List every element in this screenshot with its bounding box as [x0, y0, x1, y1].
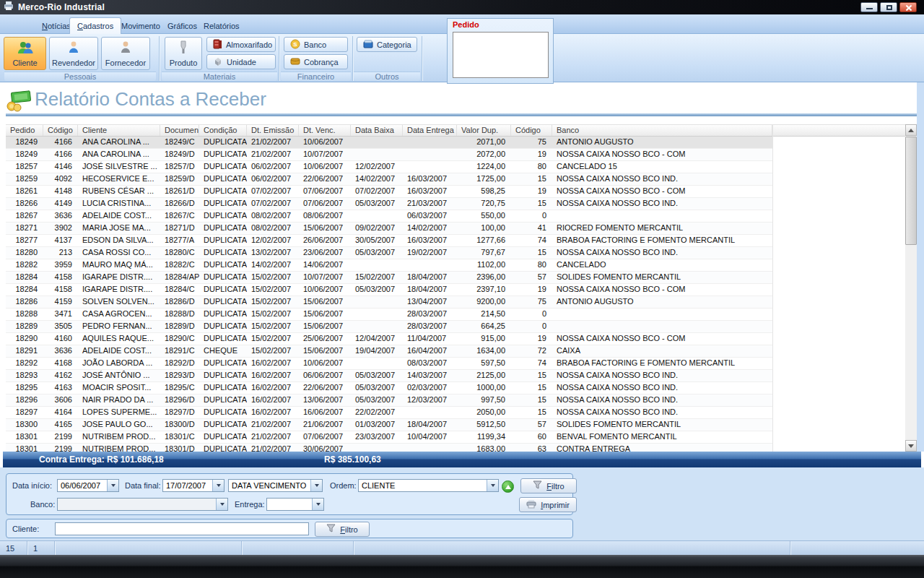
fornecedor-button[interactable]: Fornecedor — [101, 37, 150, 70]
column-header[interactable]: Código — [43, 125, 78, 136]
categoria-button[interactable]: Categoria — [357, 37, 417, 52]
cliente-filtro-button[interactable]: Filtro — [315, 522, 370, 537]
chevron-down-icon[interactable] — [212, 480, 224, 491]
table-cell: 05/03/2007 — [351, 247, 403, 259]
minimize-button[interactable] — [860, 2, 878, 12]
column-header[interactable]: Dt. Venc. — [299, 125, 351, 136]
chevron-down-icon[interactable] — [312, 499, 323, 510]
table-cell: DUPLICATA — [199, 247, 247, 259]
column-header[interactable]: Dt. Emissão — [247, 125, 299, 136]
table-row[interactable]: 182864159SOLVEN SOLVEN...18286/DDUPLICAT… — [6, 296, 772, 309]
table-cell: 18282 — [6, 259, 43, 271]
table-row[interactable]: 18280213CASA ROSSI CO...18280/CDUPLICATA… — [6, 247, 772, 259]
column-header[interactable]: Valor Dup. — [457, 125, 511, 136]
data-final-combo[interactable]: 17/07/2007 — [162, 479, 225, 492]
table-cell: 18266/D — [160, 198, 199, 210]
table-row[interactable]: 182883471CASA AGROCEN...18288/DDUPLICATA… — [6, 309, 772, 321]
table-cell: 02/03/2007 — [403, 382, 457, 394]
scroll-down-button[interactable] — [905, 440, 917, 452]
table-row[interactable]: 183012199NUTRIBEM PROD...18301/CDUPLICAT… — [6, 431, 772, 444]
tab-movimento[interactable]: Movimento — [114, 17, 167, 34]
cliente-button[interactable]: Cliente — [4, 37, 46, 70]
table-row[interactable]: 182913636ADELAIDE COST...18291/CCHEQUE15… — [6, 345, 772, 358]
table-row[interactable]: 182893505PEDRO FERNAN...18289/DDUPLICATA… — [6, 321, 772, 333]
column-header[interactable]: Condição — [199, 125, 247, 136]
table-cell: 21/02/2007 — [247, 431, 299, 443]
imprimir-button[interactable]: Imprimir — [519, 497, 577, 512]
table-cell: NOSSA CAIXA NOSSO BCO IND. — [552, 394, 772, 406]
table-cell: 1199,34 — [457, 431, 511, 443]
scroll-up-button[interactable] — [905, 124, 917, 136]
table-cell: BRABOA FACTORING E FOMENTO MERCANTIL — [552, 358, 772, 369]
table-cell: JOÃO LABORDA ... — [78, 358, 160, 369]
revendedor-button[interactable]: Revendedor — [49, 37, 98, 70]
scrollbar-thumb[interactable] — [905, 137, 917, 245]
vertical-scrollbar[interactable] — [905, 124, 917, 452]
table-cell: 2199 — [43, 444, 78, 452]
table-row[interactable]: 182713902MARIA JOSE MA...18271/DDUPLICAT… — [6, 223, 772, 235]
table-cell: 15/02/2007 — [247, 333, 299, 345]
chevron-down-icon[interactable] — [487, 480, 498, 491]
title-bar[interactable]: Merco-Rio Industrial — [0, 0, 924, 14]
column-header[interactable]: Pedido — [6, 125, 43, 136]
table-row[interactable]: 182934162JOSÉ ANTÔNIO ...18293/DDUPLICAT… — [6, 370, 772, 382]
filtro-button[interactable]: Filtro — [520, 478, 577, 493]
entrega-combo[interactable] — [266, 498, 324, 511]
sort-direction-button[interactable] — [502, 480, 514, 493]
contra-entrega-total: Contra Entrega: R$ 101.686,18 — [39, 454, 164, 465]
cliente-input[interactable] — [55, 522, 309, 535]
table-cell: 720,75 — [457, 198, 511, 210]
table-row[interactable]: 182494166ANA CAROLINA ...18249/DDUPLICAT… — [6, 149, 772, 161]
almoxarifado-button[interactable]: Almoxarifado — [206, 37, 276, 52]
table-cell: 16/06/2007 — [299, 407, 351, 418]
table-row[interactable]: 182924168JOÃO LABORDA ...18292/DDUPLICAT… — [6, 358, 772, 370]
table-row[interactable]: 182963606NAIR PRADO DA ...18296/DDUPLICA… — [6, 394, 772, 407]
chevron-down-icon[interactable] — [310, 480, 322, 491]
tipo-data-combo[interactable]: DATA VENCIMENTO — [228, 479, 323, 492]
close-button[interactable] — [899, 2, 917, 12]
table-cell: 4158 — [43, 272, 78, 283]
table-row[interactable]: 182664149LUCIA CRISTINA...18266/DDUPLICA… — [6, 198, 772, 210]
table-row[interactable]: 182673636ADELAIDE COST...18267/CDUPLICAT… — [6, 210, 772, 223]
column-header[interactable]: Cliente — [78, 125, 160, 136]
produto-button[interactable]: Produto — [165, 37, 202, 70]
unidade-button[interactable]: Unidade — [206, 54, 276, 69]
table-row[interactable]: 182844158IGARAPE DISTR....18284/CDUPLICA… — [6, 284, 772, 296]
banco-combo[interactable] — [57, 498, 228, 511]
table-cell: 0 — [511, 321, 552, 332]
pedido-list[interactable] — [453, 32, 549, 78]
table-cell: 05/03/2007 — [351, 382, 403, 394]
table-cell: DUPLICATA — [199, 309, 247, 320]
table-cell: ANTONIO AUGUSTO — [552, 137, 772, 148]
table-cell: DUPLICATA — [199, 382, 247, 394]
tab-relatorios[interactable]: Relatórios — [196, 17, 247, 34]
table-row[interactable]: 182954163MOACIR SPOSIT...18295/CDUPLICAT… — [6, 382, 772, 394]
column-header[interactable]: Código — [511, 125, 552, 136]
column-header[interactable]: Data Baixa — [351, 125, 403, 136]
chevron-down-icon[interactable] — [107, 480, 118, 491]
table-row[interactable]: 182844158IGARAPE DISTR....18284/APDUPLIC… — [6, 272, 772, 284]
data-inicio-combo[interactable]: 06/06/2007 — [57, 479, 119, 492]
table-row[interactable]: 183012199NUTRIBEM PROD...18301/DDUPLICAT… — [6, 444, 772, 452]
table-row[interactable]: 183004165JOSE PAULO GO...18300/DDUPLICAT… — [6, 419, 772, 431]
cobranca-button[interactable]: Cobrança — [284, 54, 348, 69]
table-row[interactable]: 182494166ANA CAROLINA ...18249/CDUPLICAT… — [6, 137, 772, 149]
chevron-down-icon[interactable] — [216, 499, 227, 510]
banco-button[interactable]: S Banco — [284, 37, 348, 52]
table-row[interactable]: 182974164LOPES SUPERME...18297/DDUPLICAT… — [6, 407, 772, 419]
table-row[interactable]: 182774137EDSON DA SILVA...18277/ADUPLICA… — [6, 235, 772, 247]
restore-button[interactable] — [880, 2, 897, 12]
column-header[interactable]: Documento — [160, 125, 199, 136]
table-row[interactable]: 182823959MAURO MAQ MÁ...18282/CDUPLICATA… — [6, 259, 772, 272]
column-header[interactable]: Data Entrega — [403, 125, 457, 136]
table-row[interactable]: 182574146JOSÉ SILVESTRE ...18257/DDUPLIC… — [6, 161, 772, 173]
table-row[interactable]: 182614148RUBENS CÉSAR ...18261/DDUPLICAT… — [6, 186, 772, 198]
ordem-combo[interactable]: CLIENTE — [358, 479, 499, 492]
product-icon — [178, 40, 188, 56]
column-header[interactable]: Banco — [552, 125, 772, 136]
table-cell: IGARAPE DISTR.... — [78, 272, 160, 283]
reseller-person-icon — [68, 40, 79, 55]
table-row[interactable]: 182904160AQUILES RAQUE...18290/CDUPLICAT… — [6, 333, 772, 345]
table-cell: 16/02/2007 — [247, 407, 299, 418]
table-row[interactable]: 182594092HECOSERVICE E...18259/DDUPLICAT… — [6, 173, 772, 186]
